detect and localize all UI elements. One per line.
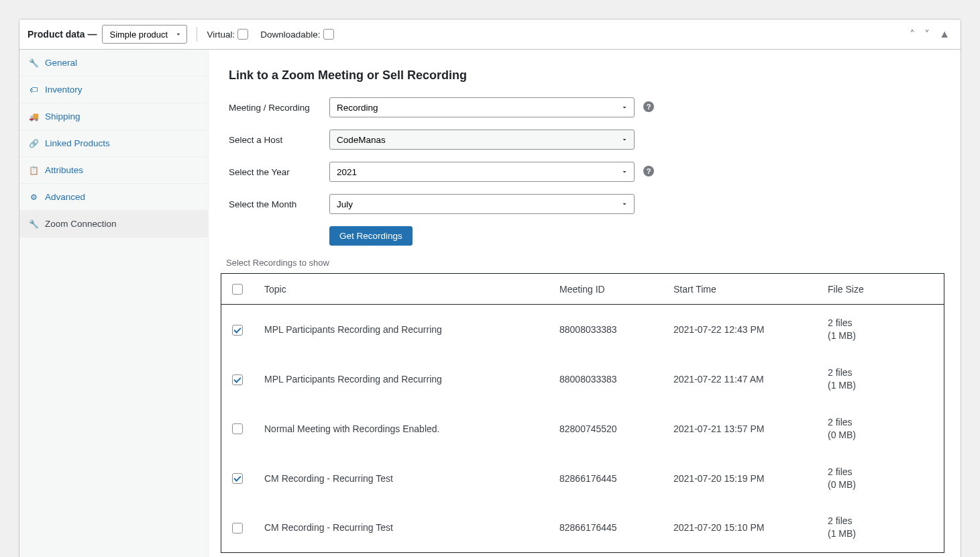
col-file-size: File Size bbox=[817, 274, 944, 305]
cell-meeting-id: 88008033383 bbox=[549, 305, 663, 354]
table-row: Normal Meeting with Recordings Enabled. … bbox=[221, 404, 944, 454]
gear-icon: ⚙ bbox=[29, 193, 38, 202]
downloadable-checkbox[interactable] bbox=[323, 29, 334, 40]
get-recordings-button[interactable]: Get Recordings bbox=[329, 226, 413, 246]
wrench-icon: 🔧 bbox=[29, 219, 38, 229]
help-icon[interactable]: ? bbox=[643, 166, 654, 176]
month-select[interactable]: July bbox=[329, 194, 635, 214]
row-checkbox[interactable] bbox=[232, 523, 243, 534]
col-meeting-id: Meeting ID bbox=[549, 274, 663, 305]
meeting-recording-select[interactable]: Recording bbox=[329, 97, 635, 117]
col-topic: Topic bbox=[254, 274, 549, 305]
recordings-table-body: MPL Participants Recording and Recurring… bbox=[221, 305, 944, 553]
list-icon: 📋 bbox=[29, 166, 38, 175]
tag-icon: 🏷 bbox=[29, 85, 38, 95]
cell-topic: MPL Participants Recording and Recurring bbox=[254, 305, 549, 354]
cell-start-time: 2021-07-21 13:57 PM bbox=[663, 404, 817, 454]
year-select[interactable]: 2021 bbox=[329, 162, 635, 182]
cell-start-time: 2021-07-20 15:19 PM bbox=[663, 454, 817, 503]
row-select-month: Select the Month July bbox=[221, 194, 948, 214]
header-toggle-icons: ˄ ˅ ▲ bbox=[907, 27, 952, 42]
meeting-recording-label: Meeting / Recording bbox=[229, 103, 329, 113]
row-checkbox[interactable] bbox=[232, 473, 243, 484]
row-meeting-recording: Meeting / Recording Recording ? bbox=[221, 97, 948, 117]
cell-meeting-id: 82866176445 bbox=[549, 503, 663, 552]
move-down-icon[interactable]: ˅ bbox=[922, 27, 932, 42]
tab-label: Linked Products bbox=[45, 138, 110, 148]
virtual-checkbox[interactable] bbox=[237, 29, 248, 40]
tab-shipping[interactable]: 🚚 Shipping bbox=[19, 103, 208, 130]
product-data-panel: Product data — Simple product Virtual: D… bbox=[19, 19, 961, 557]
product-type-select[interactable]: Simple product bbox=[102, 25, 187, 44]
tab-label: General bbox=[45, 58, 77, 68]
table-row: MPL Participants Recording and Recurring… bbox=[221, 305, 944, 354]
row-checkbox[interactable] bbox=[232, 325, 243, 336]
row-select-host: Select a Host CodeManas bbox=[221, 130, 948, 150]
truck-icon: 🚚 bbox=[29, 112, 38, 121]
panel-title: Product data — bbox=[28, 29, 97, 40]
cell-topic: CM Recording - Recurring Test bbox=[254, 454, 549, 503]
table-row: CM Recording - Recurring Test 8286617644… bbox=[221, 503, 944, 552]
year-label: Select the Year bbox=[229, 167, 329, 177]
cell-file-size: 2 files (0 MB) bbox=[817, 454, 944, 503]
tab-advanced[interactable]: ⚙ Advanced bbox=[19, 184, 208, 211]
row-checkbox[interactable] bbox=[232, 423, 243, 434]
tab-attributes[interactable]: 📋 Attributes bbox=[19, 157, 208, 184]
tab-content: Link to a Zoom Meeting or Sell Recording… bbox=[209, 50, 961, 557]
tab-label: Attributes bbox=[45, 165, 83, 175]
cell-start-time: 2021-07-20 15:10 PM bbox=[663, 503, 817, 552]
tab-label: Advanced bbox=[45, 192, 85, 202]
tab-zoom-connection[interactable]: 🔧 Zoom Connection bbox=[19, 211, 208, 238]
wrench-icon: 🔧 bbox=[29, 58, 38, 68]
cell-start-time: 2021-07-22 12:43 PM bbox=[663, 305, 817, 354]
cell-topic: Normal Meeting with Recordings Enabled. bbox=[254, 404, 549, 454]
recordings-table: Topic Meeting ID Start Time File Size MP… bbox=[221, 273, 944, 553]
virtual-label: Virtual: bbox=[207, 30, 235, 40]
cell-start-time: 2021-07-22 11:47 AM bbox=[663, 354, 817, 404]
separator bbox=[197, 27, 197, 42]
tab-linked-products[interactable]: 🔗 Linked Products bbox=[19, 130, 208, 157]
cell-topic: CM Recording - Recurring Test bbox=[254, 503, 549, 552]
content-heading: Link to a Zoom Meeting or Sell Recording bbox=[229, 68, 948, 83]
cell-meeting-id: 88008033383 bbox=[549, 354, 663, 404]
tab-general[interactable]: 🔧 General bbox=[19, 50, 208, 77]
panel-header: Product data — Simple product Virtual: D… bbox=[19, 19, 961, 50]
downloadable-label: Downloadable: bbox=[260, 30, 320, 40]
cell-topic: MPL Participants Recording and Recurring bbox=[254, 354, 549, 404]
row-get-recordings: Get Recordings bbox=[221, 226, 948, 246]
product-data-tabs: 🔧 General 🏷 Inventory 🚚 Shipping 🔗 Linke… bbox=[19, 50, 209, 557]
collapse-icon[interactable]: ▲ bbox=[936, 27, 952, 42]
table-row: MPL Participants Recording and Recurring… bbox=[221, 354, 944, 404]
row-checkbox[interactable] bbox=[232, 374, 243, 385]
row-select-year: Select the Year 2021 ? bbox=[221, 162, 948, 182]
tab-label: Shipping bbox=[45, 111, 80, 121]
cell-file-size: 2 files (1 MB) bbox=[817, 503, 944, 552]
move-up-icon[interactable]: ˄ bbox=[907, 27, 918, 42]
col-start-time: Start Time bbox=[663, 274, 817, 305]
tab-label: Inventory bbox=[45, 85, 83, 95]
cell-file-size: 2 files (1 MB) bbox=[817, 354, 944, 404]
recordings-table-heading: Select Recordings to show bbox=[226, 258, 948, 268]
tab-inventory[interactable]: 🏷 Inventory bbox=[19, 77, 208, 103]
cell-file-size: 2 files (0 MB) bbox=[817, 404, 944, 454]
tab-label: Zoom Connection bbox=[45, 219, 117, 229]
table-row: CM Recording - Recurring Test 8286617644… bbox=[221, 454, 944, 503]
select-all-checkbox[interactable] bbox=[232, 284, 243, 295]
panel-body: 🔧 General 🏷 Inventory 🚚 Shipping 🔗 Linke… bbox=[19, 50, 961, 557]
cell-file-size: 2 files (1 MB) bbox=[817, 305, 944, 354]
link-icon: 🔗 bbox=[29, 139, 38, 148]
host-label: Select a Host bbox=[229, 135, 329, 145]
downloadable-toggle-group: Downloadable: bbox=[260, 29, 333, 40]
cell-meeting-id: 82800745520 bbox=[549, 404, 663, 454]
help-icon[interactable]: ? bbox=[643, 101, 654, 112]
host-select[interactable]: CodeManas bbox=[329, 130, 635, 150]
virtual-toggle-group: Virtual: bbox=[207, 29, 248, 40]
month-label: Select the Month bbox=[229, 199, 329, 209]
cell-meeting-id: 82866176445 bbox=[549, 454, 663, 503]
